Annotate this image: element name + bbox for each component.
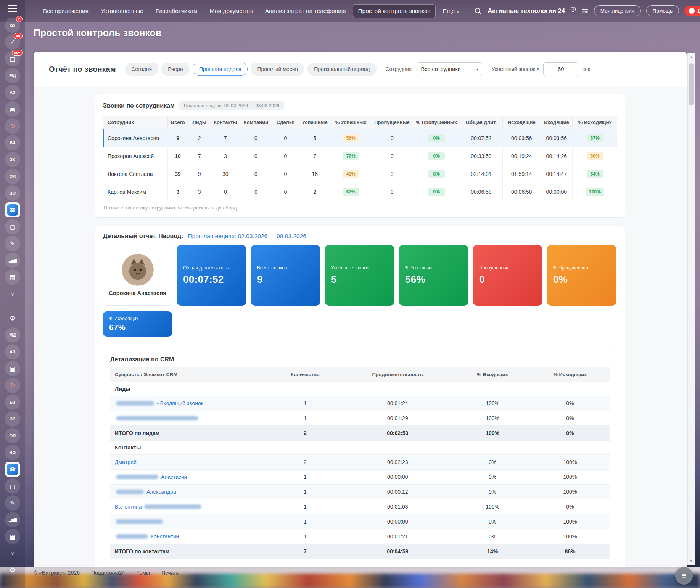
- sidebar-item-app-vo[interactable]: ВО: [5, 445, 20, 460]
- sidebar-item-app-monitor[interactable]: ▣: [5, 361, 20, 376]
- crm-item-link[interactable]: Анастасия: [159, 474, 187, 480]
- footer-link[interactable]: Темы: [137, 570, 150, 576]
- footer-link[interactable]: Печать: [161, 570, 179, 576]
- sidebar-item-app-sync[interactable]: ↻: [5, 378, 20, 393]
- crm-row[interactable]: Валентина 100:01:03100%0%: [110, 499, 610, 514]
- crm-cell: 00:01:29: [340, 411, 455, 426]
- crm-row[interactable]: Дмитрий200:02:230%100%: [110, 455, 610, 470]
- sidebar-item-app-az[interactable]: АЗ: [5, 85, 20, 100]
- sidebar-item-app-sync[interactable]: ↻: [5, 118, 20, 134]
- company-name[interactable]: Активные технологии 24: [488, 7, 565, 14]
- sidebar-item-app-op[interactable]: ОП: [5, 428, 20, 443]
- tab-last-week[interactable]: Прошлая неделя: [193, 63, 248, 76]
- page-title: Простой контроль звонков: [34, 27, 161, 39]
- sidebar-item-app-op[interactable]: ОП: [5, 169, 20, 184]
- nav-item-developers[interactable]: Разработчикам: [151, 4, 203, 18]
- sidebar-item-app-bz[interactable]: БЗ: [5, 395, 20, 410]
- crm-row[interactable]: - Входящий звонок100:01:24100%0%: [110, 396, 610, 411]
- crm-row[interactable]: 100:01:29100%0%: [110, 411, 610, 426]
- sidebar-item-app-md[interactable]: МД: [5, 68, 20, 83]
- tab-yesterday[interactable]: Вчера: [161, 63, 190, 76]
- detail-title: Детальный отчёт. Период:: [103, 233, 183, 240]
- sidebar-item-contacts[interactable]: ▤99+: [5, 51, 20, 66]
- sidebar-item-call-control-app[interactable]: ☎: [5, 202, 20, 217]
- quick-menu-button[interactable]: ≡: [675, 567, 693, 585]
- sidebar-item-app-sign[interactable]: ✎: [5, 495, 20, 511]
- crm-item-link[interactable]: Александра: [145, 489, 176, 495]
- filter-settings-icon[interactable]: [581, 7, 589, 14]
- sidebar-item-app-chart[interactable]: ▂▅▇: [5, 253, 20, 268]
- scrollbar-thumb[interactable]: [689, 63, 694, 105]
- sidebar-item-app-monitor[interactable]: ▣: [5, 101, 20, 117]
- sidebar-item-app-bz[interactable]: БЗ: [5, 135, 20, 150]
- employee-name-cell: Локтева Светлана: [103, 165, 168, 183]
- sidebar-item-app-az[interactable]: АЗ: [5, 344, 20, 359]
- nav-item-installed[interactable]: Установленные: [96, 4, 148, 18]
- vertical-scrollbar[interactable]: ▲ ▼: [687, 53, 695, 565]
- employee-row[interactable]: Карпов Максим33000267%00%00:06:5800:06:5…: [103, 183, 617, 201]
- sidebar-item-app-chart[interactable]: ▂▅▇: [5, 512, 20, 527]
- employee-row[interactable]: Прохоров Алексей107300770%00%00:33:5000:…: [103, 147, 617, 165]
- tab-custom-period[interactable]: Произвольный период: [307, 63, 376, 76]
- crm-item-link[interactable]: - Входящий звонок: [155, 400, 203, 406]
- menu-icon[interactable]: [8, 5, 17, 12]
- employee-cell: 2: [299, 183, 331, 201]
- tab-last-month[interactable]: Прошлый месяц: [251, 63, 304, 76]
- crm-row[interactable]: Анастасия100:00:000%100%: [110, 470, 610, 485]
- scroll-up-arrow[interactable]: ▲: [688, 53, 695, 61]
- notification-alert-badge[interactable]: 14: [684, 6, 700, 16]
- crm-row[interactable]: Александра100:00:120%100%: [110, 485, 610, 499]
- detail-period-link[interactable]: Прошлая неделя: 02.03.2026 — 08.03.2026: [188, 233, 306, 240]
- sidebar-item-app-board[interactable]: ▦: [5, 529, 20, 544]
- nav-item-call-cost-analysis[interactable]: Анализ затрат на телефонию: [260, 4, 351, 18]
- sidebar-item-app-vo[interactable]: ВО: [5, 185, 20, 201]
- crm-item-link[interactable]: Дмитрий: [115, 459, 137, 465]
- crm-name-cell: Дмитрий: [110, 455, 270, 470]
- nav-item-more[interactable]: Еще∨: [438, 4, 465, 18]
- threshold-input[interactable]: [543, 62, 578, 76]
- crm-name-cell: Константин: [110, 529, 270, 544]
- employee-row[interactable]: Сорокина Анастасия92700556%00%00:07:5200…: [103, 129, 617, 147]
- employee-select[interactable]: Все сотрудники ▾: [417, 62, 482, 76]
- sidebar-item-call-control-app[interactable]: ☎: [5, 462, 20, 477]
- employee-cell: 3: [371, 165, 413, 183]
- crm-row[interactable]: Константин100:01:210%100%: [110, 529, 610, 544]
- employee-row[interactable]: Локтева Светлана39930001641%38%02:14:010…: [103, 165, 617, 183]
- tab-today[interactable]: Сегодня: [125, 63, 159, 76]
- sidebar-item-settings[interactable]: ⚙: [5, 562, 20, 578]
- sidebar-item-app-zk[interactable]: ЗК: [5, 411, 20, 427]
- sidebar-item-expand-more[interactable]: ∨: [5, 286, 20, 301]
- crm-panel: Детализация по CRM Сущность / Элемент CR…: [103, 350, 617, 565]
- license-button[interactable]: Моя лицензия: [594, 5, 641, 16]
- blurred-text: [116, 519, 163, 524]
- crm-cell: 0%: [455, 514, 530, 529]
- threshold-unit: сек: [582, 66, 590, 72]
- crm-item-link[interactable]: Валентина: [115, 504, 143, 510]
- sidebar-item-app-doc[interactable]: ▢: [5, 219, 20, 234]
- nav-item-simple-call-control[interactable]: Простой контроль звонков: [353, 4, 435, 18]
- nav-item-my-documents[interactable]: Мои документы: [205, 4, 258, 18]
- scroll-down-arrow[interactable]: ▼: [688, 557, 695, 565]
- sidebar-item-tasks[interactable]: ✓40: [5, 34, 20, 50]
- sidebar-item-app-doc[interactable]: ▢: [5, 478, 20, 494]
- search-icon[interactable]: [474, 7, 482, 15]
- sidebar-item-settings[interactable]: ⚙: [5, 311, 20, 326]
- employee-cell: 2: [188, 129, 211, 147]
- sidebar-item-chat[interactable]: ✉2: [5, 18, 20, 33]
- employee-cell: 02:14:01: [460, 165, 502, 183]
- crm-item-link[interactable]: Константин: [149, 533, 179, 540]
- sidebar-item-app-sign[interactable]: ✎: [5, 236, 20, 251]
- sidebar-item-expand-more[interactable]: ∨: [5, 546, 20, 561]
- crm-row[interactable]: 100:00:000%100%: [110, 514, 610, 529]
- sidebar-item-app-board[interactable]: ▦: [5, 269, 20, 285]
- nav-item-all-apps[interactable]: Все приложения: [38, 4, 93, 18]
- period-tabs: СегодняВчераПрошлая неделяПрошлый месяцП…: [125, 63, 377, 76]
- sidebar-item-app-zk[interactable]: ЗК: [5, 152, 20, 167]
- employee-cell: 00:03:56: [502, 129, 541, 147]
- sidebar-item-app-md[interactable]: МД: [5, 327, 20, 343]
- employees-panel-title: Звонки по сотрудникам: [103, 102, 175, 109]
- column-header: % Пропущенных: [413, 116, 460, 129]
- help-button[interactable]: Помощь: [646, 5, 679, 16]
- footer-link[interactable]: Поддержка24: [91, 570, 125, 576]
- employee-card[interactable]: Сорокина Анастасия: [103, 245, 172, 306]
